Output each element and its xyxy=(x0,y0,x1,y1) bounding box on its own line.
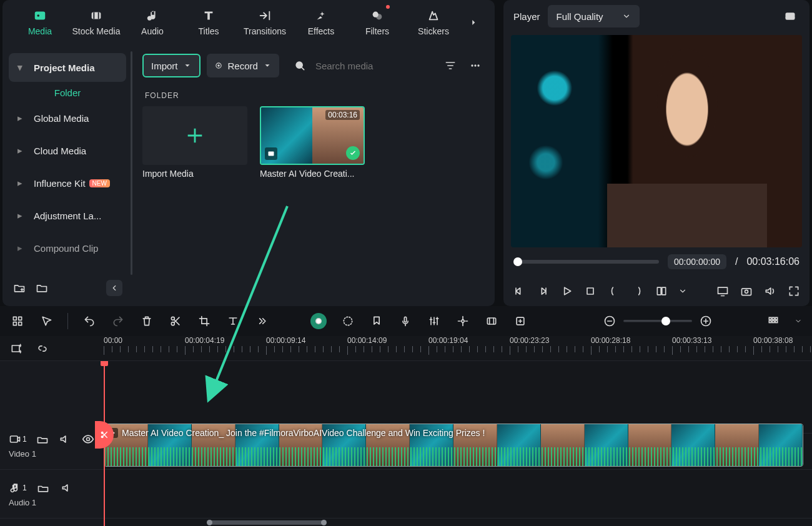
chevron-right-icon: ▸ xyxy=(17,145,26,156)
zoom-out-button[interactable] xyxy=(602,314,617,329)
import-media-tile[interactable]: Import Media xyxy=(142,106,247,179)
svg-point-25 xyxy=(316,319,321,324)
svg-rect-21 xyxy=(13,322,16,325)
audio-mixer-button[interactable] xyxy=(427,314,442,329)
svg-rect-16 xyxy=(718,287,728,294)
svg-rect-19 xyxy=(13,317,16,320)
tab-media-label: Media xyxy=(28,26,52,36)
sidebar-global-media-label: Global Media xyxy=(34,113,89,124)
more-options-button[interactable] xyxy=(466,56,485,75)
player-quality-dropdown[interactable]: Full Quality xyxy=(548,5,640,27)
next-frame-button[interactable] xyxy=(536,284,550,298)
selection-tool-button[interactable] xyxy=(39,314,54,329)
more-tools-button[interactable] xyxy=(254,314,269,329)
player-scrubber[interactable] xyxy=(513,260,659,264)
timeline-zoom xyxy=(602,314,713,329)
tab-stickers[interactable]: Stickers xyxy=(406,0,461,45)
collapse-sidebar-button[interactable] xyxy=(106,280,122,296)
svg-point-42 xyxy=(86,438,89,441)
redo-button[interactable] xyxy=(111,314,126,329)
timeline-track-tools xyxy=(0,341,104,356)
record-button[interactable]: Record xyxy=(207,54,279,77)
sidebar-global-media[interactable]: ▸ Global Media xyxy=(9,104,126,132)
tab-transitions[interactable]: Transitions xyxy=(237,0,292,45)
tab-audio[interactable]: Audio xyxy=(125,0,180,45)
svg-rect-37 xyxy=(775,320,777,322)
video-track-lock[interactable] xyxy=(36,432,49,447)
voiceover-button[interactable] xyxy=(398,314,413,329)
tab-stock-media[interactable]: Stock Media xyxy=(69,0,124,45)
prev-frame-button[interactable] xyxy=(512,284,526,298)
hscroll-thumb[interactable] xyxy=(207,520,326,525)
timeline-hscrollbar[interactable] xyxy=(207,520,806,525)
snapshot-button[interactable] xyxy=(740,284,753,298)
sidebar-folder[interactable]: Folder xyxy=(6,87,129,98)
sidebar-project-media[interactable]: ▾ Project Media xyxy=(9,53,126,82)
undo-button[interactable] xyxy=(82,314,97,329)
media-icon xyxy=(33,9,47,22)
render-button[interactable] xyxy=(484,314,499,329)
keyframe-button[interactable] xyxy=(513,314,528,329)
timeline-view-chevron[interactable] xyxy=(795,314,802,329)
tabs-more-button[interactable] xyxy=(462,0,485,45)
audio-track-mute[interactable] xyxy=(59,480,74,495)
import-button[interactable]: Import xyxy=(142,54,201,77)
sidebar-cloud-media[interactable]: ▸ Cloud Media xyxy=(9,136,126,165)
text-button[interactable] xyxy=(225,314,240,329)
timeline-tracks[interactable]: Master AI Video Creation_ Join the #Film… xyxy=(104,361,812,526)
magnet-button[interactable] xyxy=(10,314,25,329)
zoom-in-button[interactable] xyxy=(698,314,713,329)
play-button[interactable] xyxy=(560,284,573,298)
chevron-down-icon xyxy=(622,12,631,21)
zoom-slider-knob[interactable] xyxy=(661,317,670,325)
ai-assistant-button[interactable] xyxy=(310,313,327,329)
svg-point-7 xyxy=(296,62,302,68)
display-button[interactable] xyxy=(716,284,730,298)
snapshot-preview-button[interactable] xyxy=(781,7,800,26)
filter-button[interactable] xyxy=(441,56,460,75)
timeline-ruler[interactable]: 00:00 00:00:04:19 00:00:09:14 00:00:14:0… xyxy=(104,336,812,361)
fullscreen-button[interactable] xyxy=(787,284,801,298)
tab-audio-label: Audio xyxy=(141,26,164,36)
svg-rect-41 xyxy=(11,436,18,442)
tab-filters[interactable]: Filters xyxy=(350,0,405,45)
volume-button[interactable] xyxy=(763,284,777,298)
search-input[interactable] xyxy=(315,61,403,71)
mark-out-button[interactable] xyxy=(631,284,645,298)
video-track-mute[interactable] xyxy=(58,432,72,447)
add-track-button[interactable] xyxy=(9,341,24,356)
effects-tl-button[interactable] xyxy=(340,314,355,329)
crop-button[interactable] xyxy=(197,314,212,329)
new-folder-button[interactable] xyxy=(12,281,26,295)
zoom-slider[interactable] xyxy=(623,320,692,322)
delete-button[interactable] xyxy=(139,314,154,329)
tab-media[interactable]: Media xyxy=(12,0,67,45)
tab-effects[interactable]: Effects xyxy=(294,0,349,45)
audio-track-header[interactable]: 1 Audio 1 xyxy=(0,470,104,519)
video-clip[interactable]: Master AI Video Creation_ Join the #Film… xyxy=(104,424,803,467)
scrubber-knob[interactable] xyxy=(513,257,522,266)
timeline-view-button[interactable] xyxy=(766,314,781,329)
tab-titles[interactable]: Titles xyxy=(181,0,236,45)
media-panel: Media Stock Media Audio Titles Transitio… xyxy=(2,0,495,306)
video-track-visible[interactable] xyxy=(81,432,95,447)
marker-button[interactable] xyxy=(369,314,384,329)
layout-button[interactable] xyxy=(655,284,668,298)
sidebar-influence-kit[interactable]: ▸ Influence Kit NEW xyxy=(9,169,126,197)
split-button[interactable] xyxy=(168,314,183,329)
tab-titles-label: Titles xyxy=(199,26,219,36)
player-viewport[interactable] xyxy=(511,35,802,247)
audio-track-lock[interactable] xyxy=(36,480,51,495)
auto-reframe-button[interactable] xyxy=(455,314,470,329)
media-clip-tile[interactable]: 00:03:16 Master AI Video Creati... xyxy=(260,106,365,179)
stop-button[interactable] xyxy=(583,284,597,298)
link-button[interactable] xyxy=(35,341,50,356)
video-track-header[interactable]: 1 Video 1 xyxy=(0,421,104,470)
mark-in-button[interactable] xyxy=(607,284,621,298)
sidebar-adjustment-layer[interactable]: ▸ Adjustment La... xyxy=(9,201,126,230)
svg-rect-13 xyxy=(587,288,593,294)
layout-chevron-icon[interactable] xyxy=(678,284,687,298)
sidebar-compound-clip[interactable]: ▸ Compound Clip xyxy=(9,234,126,262)
tab-stickers-label: Stickers xyxy=(418,26,449,36)
folder-button[interactable] xyxy=(35,281,49,295)
